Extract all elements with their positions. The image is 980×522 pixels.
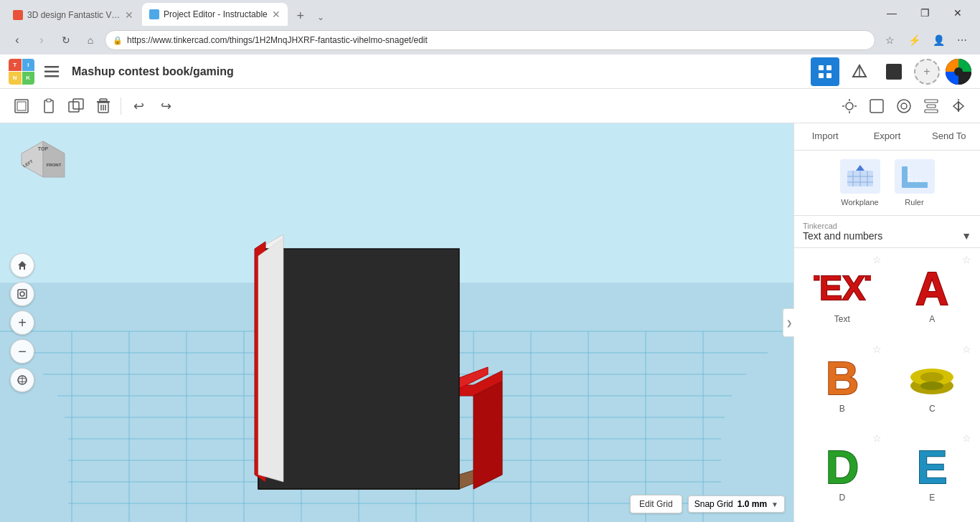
shape-item-c[interactable]: ☆ C (887, 341, 978, 430)
more-button[interactable]: ⋯ (953, 30, 973, 50)
ruler-tool[interactable]: Ruler (895, 159, 935, 207)
reload-button[interactable]: ↻ (56, 30, 76, 50)
view-cube-button[interactable] (10, 368, 34, 392)
hamburger-button[interactable] (40, 60, 63, 83)
dropdown-group-label: Tinkercad (803, 222, 971, 230)
user-avatar[interactable] (946, 59, 971, 85)
redo-button[interactable]: ↪ (153, 93, 179, 119)
svg-marker-94 (856, 165, 864, 171)
home-button[interactable]: ⌂ (80, 30, 100, 50)
align-button[interactable] (918, 93, 944, 119)
star-c[interactable]: ☆ (962, 343, 971, 355)
svg-marker-73 (258, 249, 459, 489)
star-a[interactable]: ☆ (962, 254, 971, 265)
profile-button[interactable]: 👤 (928, 30, 948, 50)
svg-marker-82 (18, 261, 27, 270)
grid-view-button[interactable] (811, 57, 839, 86)
shape-label-a: A (929, 314, 935, 324)
svg-rect-19 (47, 99, 51, 102)
star-d[interactable]: ☆ (872, 432, 882, 444)
address-bar[interactable]: 🔒 https://www.tinkercad.com/things/1H2Mn… (105, 30, 875, 50)
mirror-button[interactable] (946, 93, 971, 119)
tab-1-close[interactable]: ✕ (125, 9, 133, 21)
tab-send-to[interactable]: Send To (918, 123, 980, 150)
svg-marker-41 (958, 102, 963, 110)
new-tab-button[interactable]: + (291, 6, 311, 26)
svg-rect-21 (73, 99, 83, 109)
shape-label-b: B (839, 404, 845, 414)
dropdown-value-row[interactable]: Text and numbers ▼ (803, 230, 971, 242)
svg-text:D: D (826, 442, 859, 489)
workplane-tool[interactable]: Workplane (840, 159, 880, 207)
solid-view-button[interactable] (880, 57, 908, 86)
snap-grid-label: Snap Grid (694, 499, 733, 509)
viewport-grid (0, 123, 793, 522)
tab-1[interactable]: 3D design Fantastic Vihe... ✕ (6, 4, 141, 26)
star-text[interactable]: ☆ (872, 254, 882, 265)
tab-2-close[interactable]: ✕ (272, 9, 281, 20)
navigation-cube[interactable]: TOP LEFT FRONT (14, 138, 72, 195)
svg-rect-1 (44, 70, 59, 72)
delete-button[interactable] (90, 93, 116, 119)
shape-item-e[interactable]: ☆ E E (887, 430, 978, 519)
new-button[interactable] (9, 93, 34, 119)
star-e[interactable]: ☆ (962, 432, 971, 444)
edit-grid-button[interactable]: Edit Grid (630, 495, 682, 513)
shape-icon-b: B (810, 346, 875, 404)
svg-rect-20 (69, 102, 79, 112)
combine-button[interactable] (891, 93, 917, 119)
add-user-button[interactable]: + (914, 59, 940, 85)
app-title: Mashup contest book/gaming (72, 65, 234, 78)
bookmark-button[interactable]: ☆ (880, 30, 900, 50)
shape-item-a[interactable]: ☆ A A (887, 251, 978, 341)
maximize-button[interactable]: ❐ (908, 0, 941, 26)
undo-button[interactable]: ↩ (126, 93, 151, 119)
tab-2[interactable]: Project Editor - Instructable ✕ (142, 3, 288, 26)
svg-rect-17 (17, 102, 26, 110)
svg-rect-38 (925, 110, 938, 113)
shape-item-b[interactable]: ☆ B B (797, 341, 887, 430)
star-b[interactable]: ☆ (872, 343, 882, 355)
tab-export[interactable]: Export (856, 123, 918, 150)
tab-2-title: Project Editor - Instructable (164, 9, 268, 19)
fit-view-button[interactable] (10, 282, 34, 306)
zoom-in-button[interactable]: + (10, 310, 34, 335)
home-view-button[interactable] (10, 253, 34, 277)
tab-bar: 3D design Fantastic Vihe... ✕ Project Ed… (0, 0, 980, 26)
wireframe-button[interactable] (845, 57, 874, 86)
shape-icon-c (900, 346, 964, 404)
svg-rect-23 (100, 99, 107, 101)
forward-button[interactable]: › (32, 30, 52, 50)
browser-window: 3D design Fantastic Vihe... ✕ Project Ed… (0, 0, 980, 522)
shape-icon-e: E (900, 435, 964, 493)
tab-import[interactable]: Import (794, 123, 856, 150)
extensions-button[interactable]: ⚡ (904, 30, 924, 50)
light-button[interactable] (837, 93, 862, 119)
duplicate-button[interactable] (63, 93, 89, 119)
clipboard-button[interactable] (36, 93, 62, 119)
viewport[interactable]: TOP LEFT FRONT + − (0, 123, 793, 522)
panel-dropdown[interactable]: Tinkercad Text and numbers ▼ (794, 216, 980, 248)
shape-select-button[interactable] (864, 93, 890, 119)
svg-text:E: E (917, 442, 948, 489)
shape-item-d[interactable]: ☆ D D (797, 430, 887, 519)
close-button[interactable]: ✕ (941, 0, 974, 26)
shape-label-d: D (839, 493, 845, 503)
svg-rect-5 (819, 73, 824, 78)
svg-point-108 (920, 372, 943, 382)
tinkercad-logo[interactable]: T I N K (9, 59, 34, 85)
svg-text:B: B (826, 353, 859, 400)
svg-rect-96 (902, 182, 928, 188)
svg-text:TEXT: TEXT (814, 269, 871, 307)
svg-point-109 (920, 381, 943, 390)
workplane-icon (840, 159, 880, 194)
snap-grid-dropdown[interactable]: ▼ (771, 500, 778, 508)
minimize-button[interactable]: — (875, 0, 908, 26)
back-button[interactable]: ‹ (7, 30, 27, 50)
tab-list-button[interactable]: ⌄ (312, 9, 329, 26)
shape-item-text[interactable]: ☆ TEXT Text (797, 251, 887, 341)
collapse-arrow[interactable]: ❯ (783, 308, 794, 337)
zoom-out-button[interactable]: − (10, 339, 34, 364)
svg-point-15 (954, 67, 963, 76)
svg-rect-33 (870, 100, 883, 113)
